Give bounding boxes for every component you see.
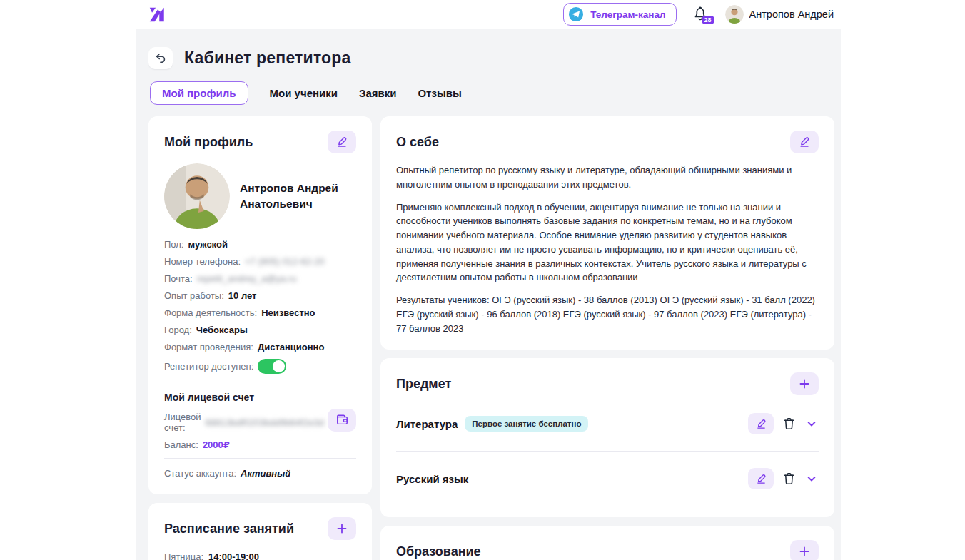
account-section-title: Мой лицевой счет (164, 392, 356, 403)
chevron-down-icon (806, 473, 817, 484)
pencil-icon (755, 473, 767, 485)
field-value: Чебоксары (196, 325, 248, 335)
profile-full-name: Антропов Андрей Анатольевич (240, 180, 356, 211)
pencil-icon (798, 136, 811, 148)
account-status-value: Активный (241, 468, 290, 479)
add-education-button[interactable] (790, 540, 819, 560)
subject-row-literature: Литература Первое занятие бесплатно (396, 399, 819, 448)
back-arrow-icon (154, 53, 167, 64)
field-value: Дистанционно (258, 342, 325, 352)
field-value-blurred: repetit_andrey_a@ya.ru (197, 273, 297, 284)
schedule-card: Расписание занятий Пятница:14:00-19:00 Ч… (148, 503, 372, 560)
add-subject-button[interactable] (790, 372, 819, 395)
expand-subject-button[interactable] (804, 472, 819, 486)
tab-my-profile[interactable]: Мой профиль (150, 81, 248, 105)
profile-card-title: Мой профиль (164, 135, 253, 150)
free-first-lesson-badge: Первое занятие бесплатно (465, 416, 588, 432)
edit-subject-button[interactable] (748, 468, 774, 489)
field-value: Неизвестно (261, 307, 315, 318)
notifications-count-badge: 28 (702, 16, 714, 24)
field-label: Номер телефона: (164, 256, 241, 267)
chevron-down-icon (806, 418, 817, 429)
tabs: Мой профиль Мои ученики Заявки Отзывы (150, 81, 834, 105)
wallet-icon (335, 414, 349, 427)
field-label: Почта: (164, 273, 193, 284)
schedule-day: Пятница: (164, 551, 203, 560)
trash-icon (782, 472, 796, 486)
delete-subject-button[interactable] (781, 470, 797, 487)
subject-name: Литература (396, 418, 458, 430)
edit-subject-button[interactable] (748, 413, 774, 434)
field-label: Форма деятельность: (164, 307, 257, 318)
field-label: Формат проведения: (164, 342, 253, 352)
schedule-row: Пятница:14:00-19:00 (164, 551, 356, 560)
balance-value: 2000₽ (203, 439, 230, 450)
app-column: Телеграм-канал 28 (136, 0, 841, 560)
page-title: Кабинет репетитора (184, 49, 351, 68)
expand-subject-button[interactable] (804, 417, 819, 431)
subject-name: Русский язык (396, 473, 468, 485)
account-value-blurred: 68813bdf0203bdd9b64f2e3d (206, 417, 324, 428)
top-bar: Телеграм-канал 28 (136, 0, 841, 29)
trash-icon (782, 417, 796, 431)
tab-reviews[interactable]: Отзывы (418, 82, 461, 104)
delete-subject-button[interactable] (781, 415, 797, 432)
about-card: О себе Опытный репетитор по русскому язы… (380, 116, 834, 350)
about-paragraph: Результаты учеников: ОГЭ (русский язык) … (396, 293, 819, 335)
schedule-time: 14:00-19:00 (208, 551, 259, 560)
notifications-bell-icon[interactable]: 28 (692, 5, 709, 24)
education-card: Образование Иркутский государственный ун… (380, 526, 834, 560)
field-value-blurred: +7 (905) 012-62-20 (245, 256, 325, 267)
field-value: 10 лет (228, 290, 257, 301)
about-card-title: О себе (396, 135, 439, 150)
tutor-available-toggle[interactable] (258, 359, 286, 374)
divider (396, 451, 819, 452)
plus-icon (336, 523, 348, 534)
telegram-channel-label: Телеграм-канал (590, 9, 665, 20)
subjects-card: Предмет Литература Первое занятие беспла… (380, 358, 834, 517)
edit-about-button[interactable] (790, 131, 819, 153)
edit-profile-button[interactable] (328, 131, 356, 153)
my-profile-card: Мой профиль (148, 116, 372, 494)
profile-photo (164, 163, 230, 229)
pencil-icon (755, 418, 767, 430)
divider (164, 382, 356, 382)
field-label: Опыт работы: (164, 290, 224, 301)
about-paragraph: Опытный репетитор по русскому языку и ли… (396, 163, 819, 192)
field-value: мужской (188, 239, 228, 250)
balance-label: Баланс: (164, 439, 198, 450)
app-logo-icon[interactable] (148, 5, 166, 24)
wallet-button[interactable] (328, 409, 356, 432)
plus-icon (799, 546, 810, 557)
user-menu[interactable]: Антропов Андрей (725, 5, 834, 24)
back-button[interactable] (148, 47, 173, 69)
user-avatar (725, 5, 744, 24)
divider (164, 458, 356, 459)
telegram-icon (568, 6, 584, 22)
account-status-label: Статус аккаунта: (164, 468, 236, 479)
tutor-available-label: Репетитор доступен: (164, 361, 253, 372)
education-card-title: Образование (396, 544, 481, 559)
schedule-card-title: Расписание занятий (164, 521, 294, 536)
subject-row-russian: Русский язык (396, 454, 819, 503)
subjects-card-title: Предмет (396, 377, 451, 392)
plus-icon (799, 378, 810, 390)
tab-requests[interactable]: Заявки (359, 82, 396, 104)
telegram-channel-button[interactable]: Телеграм-канал (563, 3, 676, 26)
tab-my-students[interactable]: Мои ученики (270, 82, 338, 104)
user-name: Антропов Андрей (749, 9, 834, 20)
field-label: Город: (164, 325, 192, 335)
pencil-icon (335, 136, 348, 148)
field-label: Пол: (164, 239, 184, 250)
account-label: Лицевой счет: (164, 412, 201, 433)
about-paragraph: Применяю комплексный подход в обучении, … (396, 200, 819, 285)
add-schedule-button[interactable] (328, 517, 356, 540)
